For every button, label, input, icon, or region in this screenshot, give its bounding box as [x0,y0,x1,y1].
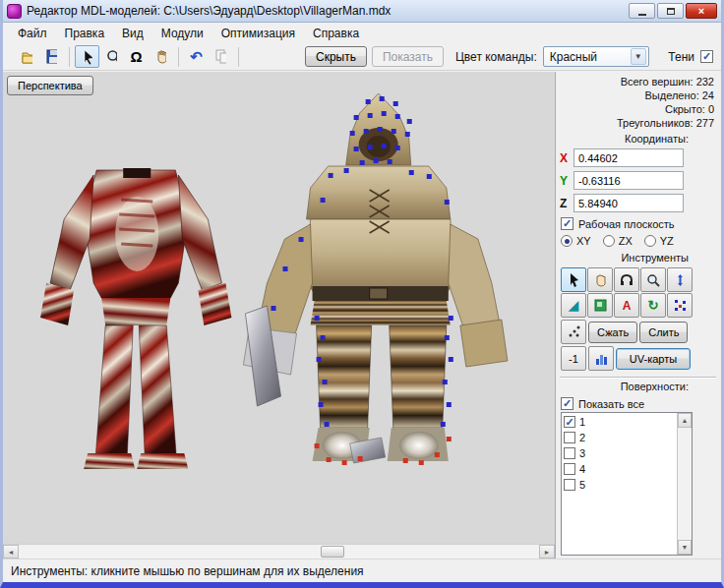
undo-button[interactable]: ↶ [184,45,209,68]
surface-1-checkbox[interactable]: ✓ [564,416,575,428]
menu-view[interactable]: Вид [113,25,152,42]
z-coordinate-input[interactable] [573,194,684,212]
radio-xy-label: XY [576,235,591,247]
model-canvas[interactable] [3,72,555,544]
surfaces-scrollbar[interactable]: ▲ ▼ [677,413,692,555]
menu-file[interactable]: Файл [9,25,56,42]
surface-2-checkbox[interactable] [564,432,575,443]
eyedropper-tool-button[interactable]: ◢ [561,293,586,318]
dots-icon [568,325,580,338]
shadows-label: Тени [668,50,694,64]
show-all-checkbox[interactable]: ✓ [561,397,573,410]
scroll-right-icon[interactable]: ► [539,545,555,559]
z-coordinate-row: Z [560,194,716,212]
surface-item[interactable]: 4 [564,461,675,477]
zoom-tool-button[interactable] [99,45,124,68]
scroll-up-icon[interactable]: ▲ [678,413,692,428]
uv-maps-button[interactable]: UV-карты [616,348,691,370]
surface-4-label: 4 [579,463,585,475]
radio-zx[interactable] [603,235,615,247]
surface-5-checkbox[interactable] [564,479,575,491]
vertex-actions-row: Сжать Слить [561,320,716,344]
menu-optimization[interactable]: Оптимизация [212,25,304,42]
stat-selected: Выделено: 24 [560,88,716,102]
font-tool-button[interactable]: A [614,293,639,318]
merge-button[interactable]: Слить [639,322,688,343]
show-all-row: ✓ Показать все [561,397,716,410]
work-plane-checkbox[interactable]: ✓ [561,217,573,230]
select-vertices-tool-button[interactable] [561,267,586,292]
plane-options-row: XY ZX YZ [561,235,716,247]
histogram-button[interactable] [588,346,614,371]
radio-yz[interactable] [644,235,656,247]
minus-one-button[interactable]: -1 [561,346,586,371]
status-text: Инструменты: кликните мышью по вершинам … [11,564,364,578]
team-color-dropdown[interactable]: Красный ▼ [543,46,649,67]
radio-yz-label: YZ [660,235,674,247]
shadows-checkbox[interactable]: ✓ [700,50,713,63]
open-button[interactable] [15,45,39,68]
rotate-tool-button[interactable]: Ω [124,45,149,68]
maximize-button[interactable] [657,3,684,19]
viewport[interactable]: Перспектива [3,72,556,559]
panel-divider [560,377,716,379]
radio-xy[interactable] [561,235,573,247]
side-panel: Всего вершин: 232 Выделено: 24 Скрыто: 0… [556,72,721,559]
surfaces-list[interactable]: ✓ 1 2 3 4 [561,412,693,556]
show-all-label: Показать все [578,398,644,410]
close-button[interactable]: × [686,3,717,19]
surface-3-checkbox[interactable] [564,447,575,459]
paint-tool-button[interactable] [587,293,613,318]
app-window: Редактор MDL-моделей: C:\Users\Эдуард\De… [0,0,724,588]
horizontal-scrollbar[interactable]: ◄ ► [3,544,555,559]
copy-button[interactable] [209,45,233,68]
eyedropper-icon: ◢ [569,298,578,313]
move-tool-button[interactable] [667,267,693,292]
window-controls: × [629,3,717,19]
menu-modules[interactable]: Модули [152,25,212,42]
letter-a-icon: A [623,299,632,313]
listen-tool-button[interactable] [614,267,639,292]
undo-icon: ↶ [190,48,203,66]
hscroll-thumb[interactable] [321,546,344,558]
snap-tool-button[interactable] [667,293,693,318]
title-bar: Редактор MDL-моделей: C:\Users\Эдуард\De… [3,0,721,23]
surface-4-checkbox[interactable] [564,463,575,475]
surface-item[interactable]: 3 [564,445,675,461]
surfaces-list-items: ✓ 1 2 3 4 [562,413,677,555]
y-axis-label: Y [560,174,573,188]
y-coordinate-input[interactable] [573,171,684,190]
scroll-down-icon[interactable]: ▼ [678,540,692,555]
select-tool-button[interactable] [75,45,99,68]
menu-edit[interactable]: Правка [56,25,114,42]
surface-item[interactable]: ✓ 1 [564,414,675,430]
vscroll-track[interactable] [678,428,692,540]
open-folder-icon [22,50,32,64]
hscroll-track[interactable] [19,545,539,559]
check-icon: ✓ [702,51,711,62]
x-coordinate-input[interactable] [573,148,684,167]
scatter-tool-button[interactable] [561,320,586,344]
compress-button[interactable]: Сжать [588,322,637,343]
minimize-button[interactable] [629,3,655,19]
refresh-tool-button[interactable]: ↻ [640,293,666,318]
menu-help[interactable]: Справка [304,25,368,42]
radio-zx-label: ZX [619,235,633,247]
scroll-left-icon[interactable]: ◄ [3,545,19,559]
surface-5-label: 5 [579,479,585,491]
team-color-value: Красный [550,50,631,64]
perspective-button[interactable]: Перспектива [7,76,93,95]
hide-button[interactable]: Скрыть [305,46,367,67]
status-bar: Инструменты: кликните мышью по вершинам … [3,559,721,582]
surface-item[interactable]: 2 [564,430,675,445]
magnifier-icon [646,273,660,287]
cursor-icon [82,49,92,65]
show-button[interactable]: Показать [372,46,444,67]
save-button[interactable] [39,45,64,68]
surface-item[interactable]: 5 [564,477,675,493]
histogram-icon [595,352,608,365]
pan-tool-button[interactable] [587,267,613,292]
zoom-tool-button[interactable] [640,267,666,292]
pan-tool-button[interactable] [149,45,173,68]
toolbar-separator [69,47,70,67]
